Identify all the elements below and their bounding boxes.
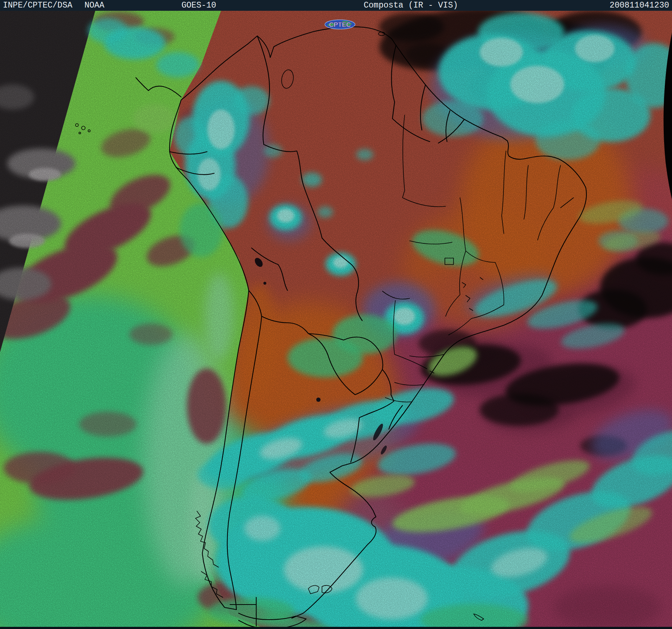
satellite-product-window: INPE/CPTEC/DSA NOAA GOES-10 CPTEC Compos…: [0, 0, 672, 629]
bottom-edge-strip: [0, 627, 672, 629]
satellite-label: GOES-10: [181, 1, 216, 10]
header-bar: INPE/CPTEC/DSA NOAA GOES-10 CPTEC Compos…: [0, 0, 672, 11]
grain-overlay: [0, 11, 672, 629]
product-label: Composta (IR - VIS): [364, 1, 458, 10]
cptec-logo: CPTEC: [325, 1, 355, 11]
cptec-logo-globe-icon: CPTEC: [325, 19, 355, 29]
composite-canvas: [0, 11, 672, 629]
satellite-composite-image: [0, 11, 672, 629]
agency-label: INPE/CPTEC/DSA: [3, 1, 72, 10]
timestamp-label: 200811041230: [609, 1, 669, 10]
logo-text: CPTEC: [329, 21, 351, 28]
network-label: NOAA: [84, 1, 104, 10]
